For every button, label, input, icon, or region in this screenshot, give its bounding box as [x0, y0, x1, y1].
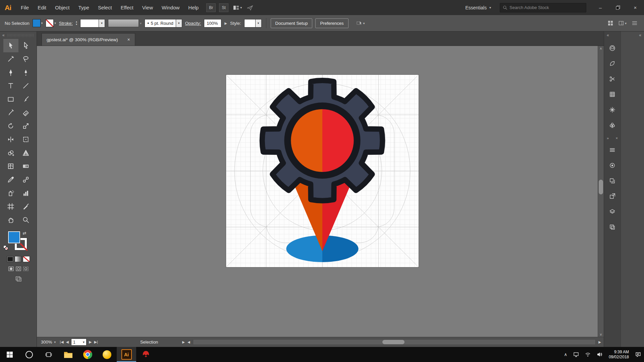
scroll-left-icon[interactable]: ◀ [187, 340, 190, 344]
yellow-app-button[interactable] [97, 347, 117, 362]
menu-select[interactable]: Select [94, 0, 116, 15]
lasso-tool[interactable] [18, 52, 34, 66]
eraser-tool[interactable] [18, 106, 34, 119]
panel-grip[interactable] [7, 34, 34, 37]
gradient-mode-button[interactable] [15, 256, 22, 262]
scissors-panel-icon[interactable] [606, 71, 619, 86]
rectangle-tool[interactable] [3, 93, 18, 106]
close-button[interactable]: × [627, 0, 644, 15]
style-dropdown[interactable]: ▾ [244, 19, 262, 27]
blend-tool[interactable] [18, 173, 34, 186]
fill-color-control[interactable] [8, 231, 20, 243]
pc-status-button[interactable] [570, 347, 582, 362]
illustrator-taskbar-button[interactable]: Ai [117, 347, 136, 362]
cortana-button[interactable] [19, 347, 39, 362]
expand-panels-icon[interactable]: « [604, 32, 609, 40]
scroll-up-icon[interactable]: ∧ [598, 47, 604, 50]
restore-button[interactable] [609, 0, 627, 15]
hand-tool[interactable] [3, 213, 18, 227]
scale-tool[interactable] [18, 119, 34, 133]
libraries-panel-icon[interactable] [606, 40, 619, 56]
scroll-right-icon[interactable]: ▶ [598, 340, 601, 344]
collapse-tools-icon[interactable]: « [0, 33, 7, 38]
magic-wand-tool[interactable] [3, 52, 18, 66]
status-flyout-icon[interactable]: ▶ [182, 340, 185, 344]
mesh-tool[interactable] [3, 160, 18, 173]
symbols-panel-icon[interactable] [606, 117, 619, 133]
brush-definition-dropdown[interactable]: ● 5 pt. Round ▾ [145, 19, 182, 27]
menu-window[interactable]: Window [157, 0, 184, 15]
next-artboard-button[interactable]: ▶ [89, 340, 92, 344]
anchor-panel-icon[interactable] [606, 102, 619, 117]
action-center-button[interactable] [632, 347, 644, 362]
pencil-tool[interactable] [3, 106, 18, 119]
opacity-field[interactable]: 100% [204, 19, 221, 27]
menu-edit[interactable]: Edit [33, 0, 51, 15]
volume-button[interactable] [594, 347, 605, 362]
draw-behind-icon[interactable] [15, 266, 21, 272]
minimize-button[interactable]: – [592, 0, 609, 15]
shape-builder-tool[interactable] [3, 146, 18, 160]
artboard[interactable] [226, 74, 419, 267]
pen-tool[interactable] [3, 66, 18, 79]
first-artboard-button[interactable]: |◀ [60, 340, 63, 344]
preferences-button[interactable]: Preferences [315, 18, 348, 28]
artboard-tool[interactable] [3, 200, 18, 213]
hidden-icons-button[interactable]: ∧ [561, 347, 570, 362]
stock-button[interactable]: St [219, 3, 228, 12]
color-mode-button[interactable] [7, 256, 14, 262]
eyedropper-tool[interactable] [3, 173, 18, 186]
symbol-sprayer-tool[interactable] [3, 186, 18, 200]
stepper-down-icon[interactable]: ▾ [76, 23, 77, 26]
dock-options-button[interactable]: ▾ [619, 20, 627, 26]
fill-swatch[interactable] [33, 19, 41, 27]
draw-inside-icon[interactable] [23, 266, 29, 272]
adobe-stock-search[interactable] [500, 3, 586, 12]
line-segment-tool[interactable] [18, 79, 34, 93]
color-panel-icon[interactable] [606, 158, 619, 173]
menu-help[interactable]: Help [184, 0, 203, 15]
none-mode-button[interactable] [23, 256, 30, 262]
rotate-tool[interactable] [3, 119, 18, 133]
grid-view-button[interactable] [608, 20, 613, 26]
opacity-panel-link[interactable]: Opacity: [185, 21, 201, 26]
default-fill-stroke-icon[interactable] [3, 245, 9, 251]
selection-behavior-button[interactable]: ▾ [356, 20, 365, 26]
stock-search-input[interactable] [509, 5, 583, 10]
file-explorer-button[interactable] [58, 347, 78, 362]
shape-panel-icon[interactable] [606, 56, 619, 71]
list-view-button[interactable] [632, 21, 637, 25]
horizontal-scroll-thumb[interactable] [382, 340, 405, 344]
vertical-scroll-thumb[interactable] [599, 180, 603, 194]
paintbrush-tool[interactable] [18, 93, 34, 106]
horizontal-scrollbar[interactable] [193, 339, 596, 345]
curvature-tool[interactable] [18, 66, 34, 79]
chrome-button[interactable] [78, 347, 97, 362]
export-panel-icon[interactable] [606, 188, 619, 204]
taskbar-clock[interactable]: 9:39 AM 09/02/2018 [605, 350, 632, 360]
perspective-grid-tool[interactable] [18, 146, 34, 160]
task-view-button[interactable] [39, 347, 58, 362]
scroll-down-icon[interactable]: ∨ [598, 333, 604, 336]
artboard-panel-icon[interactable] [606, 173, 619, 188]
layers-panel-icon[interactable] [606, 204, 619, 219]
collapse-dock-icon[interactable]: « [639, 33, 641, 347]
brush-field[interactable]: ● 5 pt. Round [145, 19, 176, 27]
arrange-documents-button[interactable]: ▾ [233, 5, 242, 10]
bridge-button[interactable]: Br [206, 3, 216, 12]
canvas[interactable]: ∧ ∨ [37, 46, 604, 337]
stroke-weight-value[interactable] [80, 19, 99, 27]
column-graph-tool[interactable] [18, 186, 34, 200]
collapse-group-icon[interactable]: » [607, 136, 609, 140]
artboards-panel-icon[interactable] [606, 219, 619, 235]
workspace-switcher[interactable]: Essentials ▾ [465, 5, 491, 10]
menu-effect[interactable]: Effect [116, 0, 138, 15]
gradient-tool[interactable] [18, 160, 34, 173]
fill-color-dropdown[interactable]: ▾ [33, 19, 43, 27]
slice-tool[interactable] [18, 200, 34, 213]
properties-panel-icon[interactable] [606, 142, 619, 158]
type-tool[interactable] [3, 79, 18, 93]
opacity-flyout-icon[interactable]: ▶ [224, 21, 227, 25]
last-artboard-button[interactable]: ▶| [94, 340, 98, 344]
stroke-panel-link[interactable]: Stroke: [59, 21, 73, 26]
